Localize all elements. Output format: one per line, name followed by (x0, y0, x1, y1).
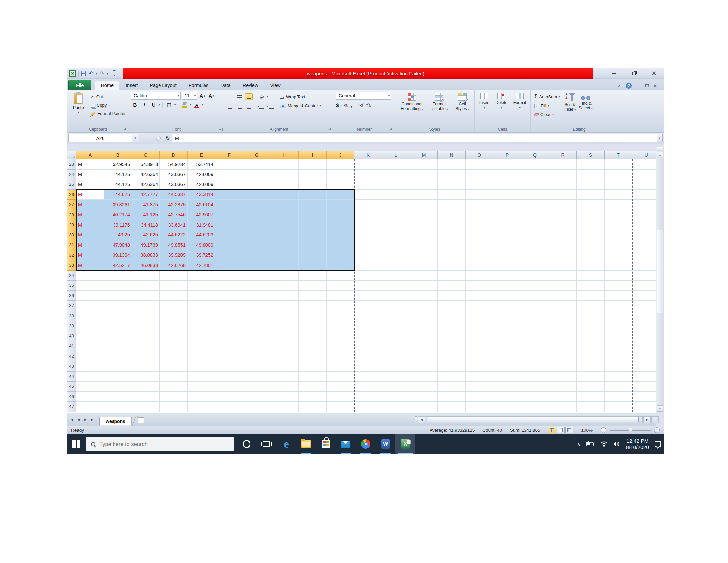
cell-H35[interactable] (271, 280, 299, 291)
vertical-scrollbar[interactable]: ▲ ▼ (656, 147, 664, 412)
cell-C35[interactable] (132, 280, 160, 291)
cell-L25[interactable] (382, 179, 410, 190)
cell-M43[interactable] (410, 361, 438, 372)
shrink-font-button[interactable]: A▼ (208, 92, 216, 99)
page-break-view-button[interactable] (565, 427, 573, 433)
underline-dropdown-icon[interactable]: ▾ (159, 103, 160, 106)
middle-align-button[interactable] (236, 93, 244, 100)
workbook-close-icon[interactable]: ✕ (653, 83, 657, 88)
cell-N31[interactable] (438, 240, 466, 250)
cell-F31[interactable] (215, 240, 243, 250)
normal-view-button[interactable] (548, 427, 556, 433)
row-header-26[interactable]: 26 (67, 190, 76, 200)
cell-A35[interactable] (76, 280, 104, 291)
cell-Q35[interactable] (521, 280, 549, 291)
cell-O32[interactable] (466, 250, 493, 260)
cell-N42[interactable] (438, 352, 466, 362)
cell-N45[interactable] (438, 382, 466, 392)
cell-U47[interactable] (632, 402, 656, 412)
cell-F32[interactable] (215, 250, 243, 260)
cell-G23[interactable] (243, 159, 271, 169)
cell-S25[interactable] (577, 179, 605, 190)
borders-dropdown-icon[interactable]: ▾ (174, 103, 176, 106)
column-header-R[interactable]: R (549, 151, 577, 159)
cell-I30[interactable] (299, 230, 327, 240)
cell-G42[interactable] (243, 352, 271, 362)
cell-P46[interactable] (493, 392, 521, 402)
cell-M38[interactable] (410, 311, 438, 321)
cell-E24[interactable]: 42.6009 (188, 169, 215, 180)
cell-L42[interactable] (382, 352, 410, 362)
cell-R33[interactable] (549, 260, 577, 270)
chrome-button[interactable] (356, 434, 376, 454)
cell-D28[interactable]: 42.7546 (160, 210, 188, 220)
cell-C42[interactable] (132, 352, 160, 362)
cell-T24[interactable] (605, 169, 632, 180)
cell-E45[interactable] (188, 382, 215, 392)
last-sheet-icon[interactable]: ▶ (89, 416, 96, 423)
cell-Q25[interactable] (521, 179, 549, 190)
cell-M28[interactable] (410, 210, 438, 220)
battery-icon[interactable] (586, 442, 595, 447)
cell-E44[interactable] (188, 372, 215, 382)
cell-B26[interactable]: 44.625 (104, 190, 132, 200)
cell-P45[interactable] (493, 382, 521, 392)
cell-K32[interactable] (354, 250, 382, 260)
column-header-E[interactable]: E (188, 151, 215, 159)
cell-E42[interactable] (188, 352, 215, 362)
cell-R47[interactable] (549, 402, 577, 412)
cell-J35[interactable] (327, 280, 354, 291)
cell-N34[interactable] (438, 270, 466, 281)
row-header-39[interactable]: 39 (67, 321, 76, 331)
cell-P37[interactable] (493, 301, 521, 311)
edge-button[interactable]: e (276, 434, 296, 454)
cell-O39[interactable] (466, 321, 493, 331)
cell-E28[interactable]: 42.9607 (188, 210, 215, 220)
underline-button[interactable]: U (150, 101, 158, 108)
cell-F33[interactable] (215, 260, 243, 270)
cell-H34[interactable] (271, 270, 299, 281)
orientation-button[interactable]: ab (258, 93, 266, 100)
cell-F43[interactable] (215, 361, 243, 372)
cell-I45[interactable] (299, 382, 327, 392)
cell-S30[interactable] (577, 230, 605, 240)
cell-G30[interactable] (243, 230, 271, 240)
cell-U28[interactable] (632, 210, 656, 220)
cell-Q32[interactable] (521, 250, 549, 260)
close-button[interactable]: ✕ (650, 70, 658, 77)
cell-F35[interactable] (215, 280, 243, 291)
cell-M25[interactable] (410, 179, 438, 190)
cell-F23[interactable] (215, 159, 243, 169)
font-family-select[interactable]: Calibri▾ (131, 92, 181, 100)
cell-R42[interactable] (549, 352, 577, 362)
cell-K31[interactable] (354, 240, 382, 250)
cell-P47[interactable] (493, 402, 521, 412)
cell-P42[interactable] (493, 352, 521, 362)
cell-C27[interactable]: 41.875 (132, 200, 160, 210)
cell-J41[interactable] (327, 341, 354, 352)
font-size-select[interactable]: 11▾ (182, 92, 197, 100)
paste-button[interactable]: Paste ▾ (69, 92, 88, 126)
previous-sheet-icon[interactable]: ◀ (75, 416, 82, 423)
row-header-31[interactable]: 31 (67, 240, 76, 250)
tab-formulas[interactable]: Formulas (183, 81, 214, 90)
cell-C44[interactable] (132, 372, 160, 382)
cell-N24[interactable] (438, 169, 466, 180)
workbook-restore-icon[interactable] (645, 84, 648, 87)
cell-U43[interactable] (632, 361, 656, 372)
cell-U45[interactable] (632, 382, 656, 392)
cell-C43[interactable] (132, 361, 160, 372)
excel-taskbar-button[interactable]: X (395, 434, 415, 454)
cell-O45[interactable] (466, 382, 493, 392)
cell-L43[interactable] (382, 361, 410, 372)
bold-button[interactable]: B (131, 101, 139, 108)
cell-S38[interactable] (577, 311, 605, 321)
cell-A33[interactable]: M (76, 260, 104, 270)
cell-G47[interactable] (243, 402, 271, 412)
cell-D42[interactable] (160, 352, 188, 362)
cell-P24[interactable] (493, 169, 521, 180)
cell-P25[interactable] (493, 179, 521, 190)
cell-R34[interactable] (549, 270, 577, 281)
cell-T27[interactable] (605, 200, 632, 210)
cell-A27[interactable]: M (76, 200, 104, 210)
